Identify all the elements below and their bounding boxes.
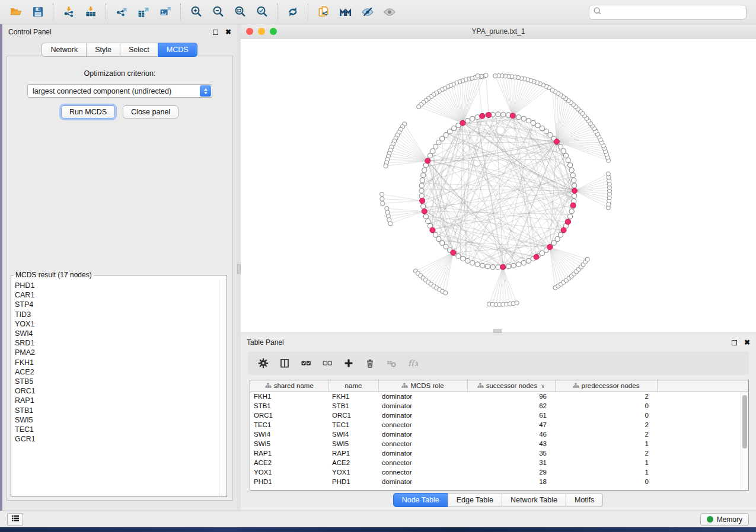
cell-name[interactable]: FKH1 xyxy=(328,392,378,401)
column-header-MCDS-role[interactable]: MCDS role xyxy=(378,380,467,392)
gear-button[interactable] xyxy=(254,354,273,373)
table-scrollbar-thumb[interactable] xyxy=(742,395,747,448)
mcds-result-item[interactable]: SRD1 xyxy=(15,338,219,348)
cell-name[interactable]: RAP1 xyxy=(328,448,378,458)
mcds-result-item[interactable]: SWI4 xyxy=(15,329,219,338)
run-mcds-button[interactable]: Run MCDS xyxy=(61,105,115,118)
cell-successor-nodes[interactable]: 61 xyxy=(467,411,555,420)
cell-MCDS-role[interactable]: dominator xyxy=(378,430,467,439)
task-history-button[interactable] xyxy=(7,513,23,526)
cell-MCDS-role[interactable]: dominator xyxy=(378,477,467,486)
cell-successor-nodes[interactable]: 29 xyxy=(467,467,555,477)
close-panel-button[interactable]: Close panel xyxy=(123,105,178,118)
cell-predecessor-nodes[interactable]: 0 xyxy=(555,401,657,411)
tab-node-table[interactable]: Node Table xyxy=(393,493,448,507)
zoom-out-button[interactable] xyxy=(207,2,229,22)
table-scrollbar[interactable] xyxy=(741,392,748,490)
cell-shared-name[interactable]: STB1 xyxy=(250,401,328,411)
clone-network-button[interactable] xyxy=(312,2,334,22)
cell-name[interactable]: TEC1 xyxy=(328,420,378,430)
cell-shared-name[interactable]: TEC1 xyxy=(250,420,328,430)
cell-shared-name[interactable]: PHD1 xyxy=(250,477,328,486)
cell-predecessor-nodes[interactable]: 2 xyxy=(555,430,657,439)
close-panel-icon[interactable]: ✖ xyxy=(225,28,231,36)
tab-motifs[interactable]: Motifs xyxy=(566,493,603,507)
table-row[interactable]: YOX1YOX1connector291 xyxy=(250,467,748,477)
cell-MCDS-role[interactable]: dominator xyxy=(378,411,467,420)
cell-MCDS-role[interactable]: connector xyxy=(378,467,467,477)
table-row[interactable]: SWI4SWI4dominator462 xyxy=(250,430,748,439)
network-canvas[interactable] xyxy=(241,39,756,331)
criterion-select[interactable]: largest connected component (undirected) xyxy=(27,84,212,98)
hide-selected-button[interactable] xyxy=(356,2,378,22)
horizontal-splitter-handle[interactable] xyxy=(493,329,502,333)
cell-name[interactable]: YOX1 xyxy=(328,467,378,477)
table-row[interactable]: STB1STB1dominator620 xyxy=(250,401,748,411)
table-row[interactable]: SWI5SWI5connector431 xyxy=(250,439,748,448)
table-row[interactable]: ORC1ORC1dominator610 xyxy=(250,411,748,420)
cell-successor-nodes[interactable]: 35 xyxy=(467,448,555,458)
memory-button[interactable]: Memory xyxy=(700,513,749,526)
cell-shared-name[interactable]: YOX1 xyxy=(250,467,328,477)
tab-style[interactable]: Style xyxy=(86,43,120,57)
cell-predecessor-nodes[interactable]: 1 xyxy=(555,439,657,448)
cell-shared-name[interactable]: SWI5 xyxy=(250,439,328,448)
column-header-predecessor-nodes[interactable]: predecessor nodes xyxy=(555,380,657,392)
table-row[interactable]: PHD1PHD1dominator180 xyxy=(250,477,748,486)
cell-MCDS-role[interactable]: dominator xyxy=(378,401,467,411)
column-header-successor-nodes[interactable]: successor nodes∨ xyxy=(467,380,555,392)
table-row[interactable]: RAP1RAP1dominator352 xyxy=(250,448,748,458)
cell-shared-name[interactable]: ACE2 xyxy=(250,458,328,467)
cell-successor-nodes[interactable]: 31 xyxy=(467,458,555,467)
mcds-result-item[interactable]: PHD1 xyxy=(15,281,219,290)
import-table-button[interactable] xyxy=(79,2,101,22)
mcds-result-item[interactable]: GCR1 xyxy=(15,434,219,444)
tab-select[interactable]: Select xyxy=(120,43,158,57)
mcds-result-item[interactable]: RAP1 xyxy=(15,396,219,405)
cell-predecessor-nodes[interactable]: 0 xyxy=(555,477,657,486)
table-row[interactable]: FKH1FKH1dominator962 xyxy=(250,392,748,401)
cell-name[interactable]: PHD1 xyxy=(328,477,378,486)
tab-mcds[interactable]: MCDS xyxy=(158,43,197,57)
mcds-result-item[interactable]: STB1 xyxy=(15,406,219,415)
import-network-button[interactable] xyxy=(58,2,79,22)
cell-predecessor-nodes[interactable]: 2 xyxy=(555,448,657,458)
cell-predecessor-nodes[interactable]: 2 xyxy=(555,392,657,401)
cell-MCDS-role[interactable]: connector xyxy=(378,458,467,467)
close-table-panel-icon[interactable]: ✖ xyxy=(744,338,750,347)
mcds-result-item[interactable]: YOX1 xyxy=(15,319,219,329)
save-button[interactable] xyxy=(27,2,49,22)
cell-shared-name[interactable]: RAP1 xyxy=(250,448,328,458)
tab-network-table[interactable]: Network Table xyxy=(502,493,566,507)
cell-successor-nodes[interactable]: 62 xyxy=(467,401,555,411)
first-neighbors-button[interactable] xyxy=(334,2,356,22)
column-header-shared-name[interactable]: shared name xyxy=(250,380,328,392)
cell-MCDS-role[interactable]: connector xyxy=(378,439,467,448)
hide-unchecked-button[interactable] xyxy=(318,354,337,373)
float-panel-icon[interactable] xyxy=(213,30,218,35)
add-button[interactable] xyxy=(339,354,358,373)
cell-MCDS-role[interactable]: dominator xyxy=(378,448,467,458)
cell-name[interactable]: SWI4 xyxy=(328,430,378,439)
cell-successor-nodes[interactable]: 18 xyxy=(467,477,555,486)
cell-name[interactable]: SWI5 xyxy=(328,439,378,448)
show-all-button[interactable] xyxy=(378,2,400,22)
float-table-panel-icon[interactable] xyxy=(732,340,737,345)
cell-name[interactable]: ORC1 xyxy=(328,411,378,420)
search-input[interactable] xyxy=(602,8,746,17)
search-box[interactable] xyxy=(589,5,747,20)
cell-MCDS-role[interactable]: dominator xyxy=(378,392,467,401)
export-image-button[interactable] xyxy=(154,2,176,22)
cell-successor-nodes[interactable]: 96 xyxy=(467,392,555,401)
mcds-result-item[interactable]: CAR1 xyxy=(15,290,219,300)
zoom-fit-button[interactable] xyxy=(229,2,251,22)
mcds-result-item[interactable]: PMA2 xyxy=(15,348,219,357)
table-row[interactable]: ACE2ACE2connector311 xyxy=(250,458,748,467)
export-network-button[interactable] xyxy=(110,2,132,22)
cell-shared-name[interactable]: SWI4 xyxy=(250,430,328,439)
cell-name[interactable]: STB1 xyxy=(328,401,378,411)
cell-predecessor-nodes[interactable]: 0 xyxy=(555,411,657,420)
cell-MCDS-role[interactable]: connector xyxy=(378,420,467,430)
show-checked-button[interactable] xyxy=(296,354,315,373)
result-scrollbar[interactable] xyxy=(219,280,226,496)
